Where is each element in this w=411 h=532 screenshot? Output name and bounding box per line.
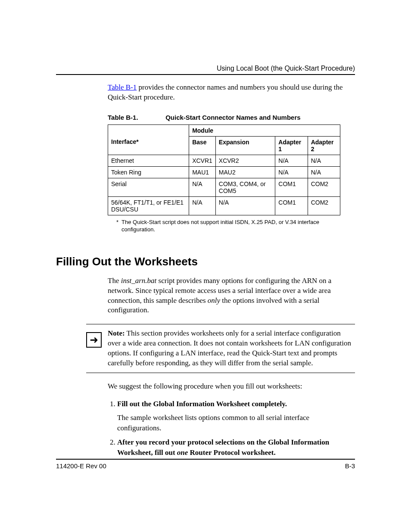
intro-rest: provides the connector names and numbers… xyxy=(108,83,343,101)
table-caption-title: Quick-Start Connector Names and Numbers xyxy=(165,114,300,121)
table-ref-link[interactable]: Table B-1 xyxy=(108,83,137,91)
footer-rule xyxy=(56,459,355,460)
step-item: Fill out the Global Information Workshee… xyxy=(117,399,355,433)
note-block: ➜ Note: This section provides worksheets… xyxy=(86,324,355,373)
footer-left: 114200-E Rev 00 xyxy=(56,462,106,470)
note-body: This section provides worksheets only fo… xyxy=(108,329,351,367)
arrow-icon: ➜ xyxy=(86,332,102,348)
table-footnote: * The Quick-Start script does not suppor… xyxy=(116,219,337,233)
footnote-text: The Quick-Start script does not support … xyxy=(121,219,319,233)
col-interface: Interface* xyxy=(108,136,189,155)
connector-table: Module Interface* Base Expansion Adapter… xyxy=(108,124,340,215)
procedure-intro: We suggest the following procedure when … xyxy=(108,382,355,392)
intro-paragraph: Table B-1 provides the connector names a… xyxy=(108,83,355,103)
table-caption-label: Table B-1. xyxy=(108,114,164,121)
header-rule xyxy=(56,74,355,75)
step-head: After you record your protocol selection… xyxy=(117,438,329,457)
note-label: Note: xyxy=(108,329,125,337)
step-head: Fill out the Global Information Workshee… xyxy=(117,400,287,408)
col-expansion: Expansion xyxy=(215,136,275,155)
table-row: 56/64K, FT1/T1, or FE1/E1 DSU/CSU N/A N/… xyxy=(108,196,340,215)
table-row: Ethernet XCVR1 XCVR2 N/A N/A xyxy=(108,155,340,166)
page-footer: 114200-E Rev 00 B-3 xyxy=(56,459,355,470)
running-header: Using Local Boot (the Quick-Start Proced… xyxy=(56,65,355,72)
table-caption: Table B-1. Quick-Start Connector Names a… xyxy=(108,114,355,121)
steps-list: Fill out the Global Information Workshee… xyxy=(108,399,355,458)
col-interface-spacer xyxy=(108,124,189,136)
table-row: Serial N/A COM3, COM4, or COM5 COM1 COM2 xyxy=(108,178,340,196)
module-header: Module xyxy=(189,124,340,136)
col-adapter1: Adapter 1 xyxy=(275,136,308,155)
step-sub: The sample worksheet lists options commo… xyxy=(117,413,355,433)
footer-right: B-3 xyxy=(345,462,355,470)
col-adapter2: Adapter 2 xyxy=(308,136,340,155)
section-heading: Filling Out the Worksheets xyxy=(56,255,355,268)
col-base: Base xyxy=(189,136,216,155)
section-intro-paragraph: The inst_arn.bat script provides many op… xyxy=(108,276,355,316)
step-item: After you record your protocol selection… xyxy=(117,437,355,458)
table-row: Token Ring MAU1 MAU2 N/A N/A xyxy=(108,166,340,178)
note-text: Note: This section provides worksheets o… xyxy=(108,329,355,368)
footnote-marker: * xyxy=(116,219,118,225)
